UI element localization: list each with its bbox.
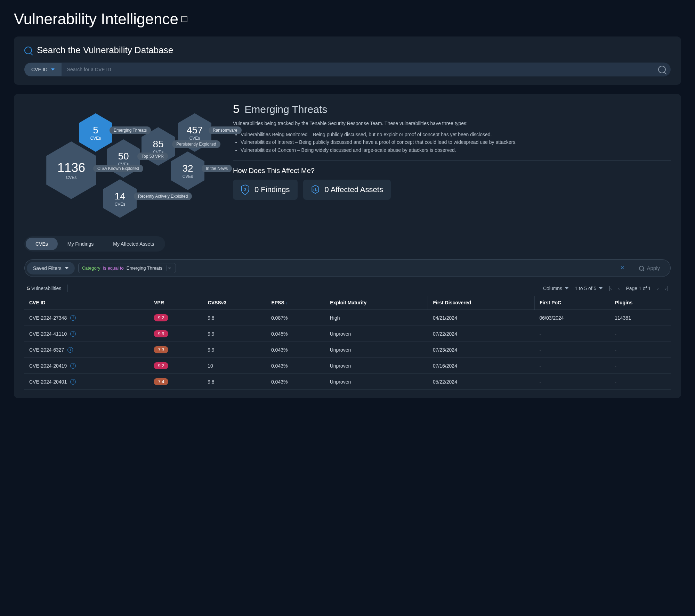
search-type-dropdown[interactable]: CVE ID bbox=[24, 63, 62, 76]
chevron-down-icon bbox=[65, 267, 68, 269]
selected-category-count: 5 bbox=[233, 102, 240, 115]
findings-card[interactable]: 3 0 Findings bbox=[233, 180, 298, 200]
divider bbox=[67, 285, 68, 292]
columns-label: Columns bbox=[543, 286, 562, 291]
tab-my-affected-assets[interactable]: My Affected Assets bbox=[103, 238, 164, 250]
result-count-num: 5 bbox=[27, 286, 30, 291]
vulnerabilities-table: CVE IDVPRCVSSv3EPSS↓Exploit MaturityFirs… bbox=[24, 296, 671, 390]
pager-next-button[interactable]: › bbox=[657, 286, 659, 291]
hex-tile-top50[interactable]: 50CVEsTop 50 VPR bbox=[106, 139, 141, 179]
search-input[interactable] bbox=[62, 63, 653, 76]
table-row[interactable]: CVE-2024-20401i7.49.80.043%Unproven05/22… bbox=[24, 374, 671, 390]
epss-cell: 0.043% bbox=[266, 374, 325, 390]
filter-chip-value: Emerging Threats bbox=[127, 265, 162, 271]
plugins-cell: 114381 bbox=[610, 310, 671, 326]
affected-assets-card[interactable]: 0 Affected Assets bbox=[303, 180, 391, 200]
info-icon[interactable]: i bbox=[70, 331, 76, 337]
col-header-exploit-maturity[interactable]: Exploit Maturity bbox=[325, 296, 428, 310]
hex-count: 14 bbox=[114, 191, 125, 202]
vpr-badge: 7.4 bbox=[154, 378, 168, 385]
table-header-row: CVE IDVPRCVSSv3EPSS↓Exploit MaturityFirs… bbox=[24, 296, 671, 310]
vpr-badge: 7.3 bbox=[154, 346, 168, 353]
columns-dropdown[interactable]: Columns bbox=[543, 286, 568, 291]
cve-id: CVE-2024-27348 bbox=[29, 315, 67, 321]
cve-id: CVE-2024-6327 bbox=[29, 347, 64, 353]
info-icon[interactable]: i bbox=[67, 347, 73, 353]
hex-count: 85 bbox=[153, 139, 163, 150]
vpr-badge: 9.2 bbox=[154, 314, 168, 321]
hex-label-pill: In the News bbox=[202, 165, 232, 172]
filter-chip-field: Category bbox=[82, 265, 100, 271]
col-header-plugins[interactable]: Plugins bbox=[610, 296, 671, 310]
hex-category-area: 1136CVEsCISA Known Exploited5CVEsEmergin… bbox=[24, 102, 219, 227]
pager-first-button[interactable]: |‹ bbox=[609, 286, 612, 291]
hex-sublabel: CVEs bbox=[66, 175, 77, 180]
range-label: 1 to 5 of 5 bbox=[575, 286, 596, 291]
epss-cell: 0.043% bbox=[266, 342, 325, 358]
pager-last-button[interactable]: ›| bbox=[665, 286, 668, 291]
range-dropdown[interactable]: 1 to 5 of 5 bbox=[575, 286, 603, 291]
hex-sublabel: CVEs bbox=[183, 174, 193, 179]
hex-count: 1136 bbox=[57, 161, 85, 175]
pager: |‹ ‹ Page 1 of 1 › ›| bbox=[609, 286, 668, 291]
poc-cell: 06/03/2024 bbox=[534, 310, 610, 326]
divider bbox=[233, 160, 671, 161]
hex-label-pill: Recently Actively Exploited bbox=[134, 192, 192, 200]
info-icon[interactable]: i bbox=[70, 379, 76, 385]
search-type-label: CVE ID bbox=[31, 67, 48, 72]
col-header-epss[interactable]: EPSS↓ bbox=[266, 296, 325, 310]
tab-my-findings[interactable]: My Findings bbox=[58, 238, 103, 250]
discovered-cell: 07/22/2024 bbox=[428, 326, 535, 342]
title-icon bbox=[181, 16, 187, 22]
hex-tile-recent[interactable]: 14CVEsRecently Actively Exploited bbox=[103, 179, 137, 219]
cvss-cell: 9.8 bbox=[203, 374, 266, 390]
filter-chip[interactable]: Category is equal to Emerging Threats × bbox=[78, 263, 176, 273]
hex-count: 5 bbox=[93, 125, 98, 136]
cvss-cell: 10 bbox=[203, 358, 266, 374]
poc-cell: - bbox=[534, 358, 610, 374]
col-header-cvssv3[interactable]: CVSSv3 bbox=[203, 296, 266, 310]
search-bar: CVE ID bbox=[24, 63, 671, 76]
result-count-label: Vulnerabilities bbox=[31, 286, 62, 291]
affected-assets-label: 0 Affected Assets bbox=[325, 185, 383, 194]
cve-id: CVE-2024-20419 bbox=[29, 363, 67, 369]
affect-heading: How Does This Affect Me? bbox=[233, 167, 671, 175]
apply-filters-button[interactable]: Apply bbox=[632, 262, 667, 274]
table-row[interactable]: CVE-2024-41110i9.99.90.045%Unproven07/22… bbox=[24, 326, 671, 342]
saved-filters-dropdown[interactable]: Saved Filters bbox=[27, 262, 75, 274]
col-header-cve-id[interactable]: CVE ID bbox=[24, 296, 149, 310]
maturity-cell: High bbox=[325, 310, 428, 326]
info-icon[interactable]: i bbox=[70, 315, 76, 321]
table-row[interactable]: CVE-2024-20419i9.2100.043%Unproven07/16/… bbox=[24, 358, 671, 374]
pager-page-label: Page 1 of 1 bbox=[626, 286, 651, 291]
maturity-cell: Unproven bbox=[325, 342, 428, 358]
hex-sublabel: CVEs bbox=[90, 136, 101, 141]
table-row[interactable]: CVE-2024-27348i9.29.80.087%High04/21/202… bbox=[24, 310, 671, 326]
filter-chip-remove[interactable]: × bbox=[167, 265, 172, 271]
hex-sublabel: CVEs bbox=[115, 202, 126, 207]
search-submit-button[interactable] bbox=[653, 63, 671, 76]
intelligence-panel: 1136CVEsCISA Known Exploited5CVEsEmergin… bbox=[14, 94, 681, 398]
category-type-item: Vulnerabilities Being Monitored – Being … bbox=[241, 131, 671, 138]
col-header-vpr[interactable]: VPR bbox=[149, 296, 203, 310]
epss-cell: 0.087% bbox=[266, 310, 325, 326]
discovered-cell: 07/23/2024 bbox=[428, 342, 535, 358]
pager-prev-button[interactable]: ‹ bbox=[618, 286, 620, 291]
info-icon[interactable]: i bbox=[70, 363, 76, 369]
col-header-first-discovered[interactable]: First Discovered bbox=[428, 296, 535, 310]
sort-arrow-icon: ↓ bbox=[286, 301, 288, 305]
clear-filters-button[interactable]: × bbox=[616, 264, 629, 272]
table-row[interactable]: CVE-2024-6327i7.39.90.043%Unproven07/23/… bbox=[24, 342, 671, 358]
search-heading: Search the Vulnerability Database bbox=[24, 45, 671, 56]
tab-cves[interactable]: CVEs bbox=[26, 238, 58, 250]
hex-count: 457 bbox=[187, 125, 203, 136]
hex-assets-icon bbox=[311, 184, 320, 195]
maturity-cell: Unproven bbox=[325, 374, 428, 390]
findings-label: 0 Findings bbox=[254, 185, 290, 194]
poc-cell: - bbox=[534, 342, 610, 358]
hex-tile-news[interactable]: 32CVEsIn the News bbox=[170, 151, 205, 191]
chevron-down-icon bbox=[565, 287, 568, 289]
selected-category-title: 5 Emerging Threats bbox=[233, 102, 671, 116]
col-header-first-poc[interactable]: First PoC bbox=[534, 296, 610, 310]
maturity-cell: Unproven bbox=[325, 358, 428, 374]
